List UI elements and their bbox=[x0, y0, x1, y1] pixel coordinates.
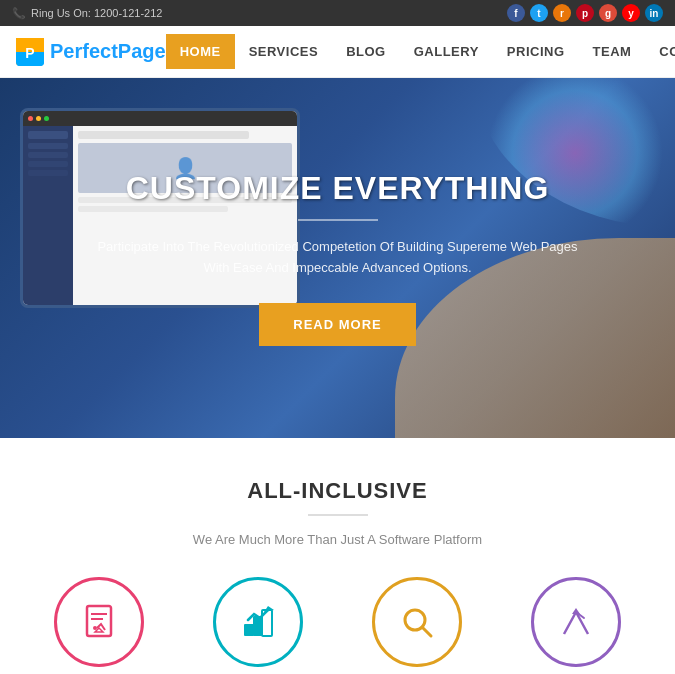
phone-text: Ring Us On: 1200-121-212 bbox=[31, 7, 162, 19]
features-grid: EASY LANDING PAGE SIMPLE CAMPAIGN bbox=[20, 577, 655, 674]
nav-team[interactable]: TEAM bbox=[579, 34, 646, 69]
hero-divider bbox=[298, 219, 378, 221]
phone-icon: 📞 bbox=[12, 7, 26, 20]
feature-split-testing: SPLIT-TESTING & bbox=[511, 577, 641, 674]
logo: P PerfectPage bbox=[16, 38, 166, 66]
feature-landing-page: EASY LANDING PAGE bbox=[34, 577, 164, 674]
split-testing-icon-circle bbox=[531, 577, 621, 667]
social-icons: f t r p g y in bbox=[507, 4, 663, 22]
nav-services[interactable]: SERVICES bbox=[235, 34, 333, 69]
hero-section: 👤 CUSTOMIZE EVERYTHING Participate Into … bbox=[0, 78, 675, 438]
hero-subtitle: Participate Into The Revolutionized Comp… bbox=[88, 237, 588, 279]
logo-text-black: Perfect bbox=[50, 40, 118, 62]
pinterest-icon[interactable]: p bbox=[576, 4, 594, 22]
nav-gallery[interactable]: GALLERY bbox=[400, 34, 493, 69]
linkedin-icon[interactable]: in bbox=[645, 4, 663, 22]
features-subtitle: We Are Much More Than Just A Software Pl… bbox=[20, 532, 655, 547]
hero-content: CUSTOMIZE EVERYTHING Participate Into Th… bbox=[0, 78, 675, 438]
nav-pricing[interactable]: PRICING bbox=[493, 34, 579, 69]
svg-point-6 bbox=[93, 626, 97, 630]
feature-platform: PLATFORM & bbox=[352, 577, 482, 674]
logo-text: PerfectPage bbox=[50, 40, 166, 63]
svg-text:P: P bbox=[25, 45, 34, 61]
campaign-icon-circle bbox=[213, 577, 303, 667]
features-title: ALL-INCLUSIVE bbox=[20, 478, 655, 504]
nav-contact[interactable]: CONTACT bbox=[645, 34, 675, 69]
header: P PerfectPage HOME SERVICES BLOG GALLERY… bbox=[0, 26, 675, 78]
main-nav: HOME SERVICES BLOG GALLERY PRICING TEAM … bbox=[166, 34, 675, 69]
nav-blog[interactable]: BLOG bbox=[332, 34, 400, 69]
top-bar: 📞 Ring Us On: 1200-121-212 f t r p g y i… bbox=[0, 0, 675, 26]
twitter-icon[interactable]: t bbox=[530, 4, 548, 22]
features-section: ALL-INCLUSIVE We Are Much More Than Just… bbox=[0, 438, 675, 674]
platform-icon-circle bbox=[372, 577, 462, 667]
svg-marker-14 bbox=[572, 608, 580, 614]
google-plus-icon[interactable]: g bbox=[599, 4, 617, 22]
hero-title: CUSTOMIZE EVERYTHING bbox=[126, 170, 550, 207]
nav-home[interactable]: HOME bbox=[166, 34, 235, 69]
feature-campaign: SIMPLE CAMPAIGN bbox=[193, 577, 323, 674]
facebook-icon[interactable]: f bbox=[507, 4, 525, 22]
logo-icon: P bbox=[16, 38, 44, 66]
logo-text-blue: Page bbox=[118, 40, 166, 62]
svg-rect-7 bbox=[244, 624, 254, 636]
rss-icon[interactable]: r bbox=[553, 4, 571, 22]
read-more-button[interactable]: READ MORE bbox=[259, 303, 415, 346]
phone-info: 📞 Ring Us On: 1200-121-212 bbox=[12, 7, 162, 20]
youtube-icon[interactable]: y bbox=[622, 4, 640, 22]
svg-line-12 bbox=[422, 627, 431, 636]
features-divider bbox=[308, 514, 368, 516]
landing-page-icon-circle bbox=[54, 577, 144, 667]
